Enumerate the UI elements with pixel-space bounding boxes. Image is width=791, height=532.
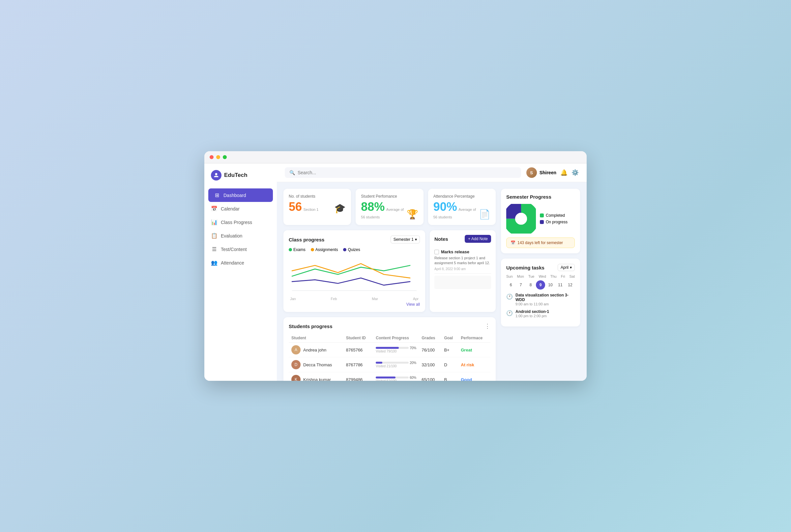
content-left: No. of students 56 Section 1 🎓 Student P… (283, 189, 496, 374)
progress-bg-1 (376, 362, 409, 364)
task-item-0: 🕐 Data visualization section 3-WDD 9:00 … (506, 293, 575, 306)
maximize-dot[interactable] (223, 155, 227, 159)
progress-label-0: Visited 79/100 (376, 349, 416, 353)
attendance-stat-icon: 📄 (479, 209, 491, 220)
cal-day-12[interactable]: 12 (566, 280, 575, 289)
student-progress-2: 60% Visited 62/100 (373, 372, 419, 381)
legend-quizes: Quizes (343, 247, 360, 252)
semester-select[interactable]: Semester 1 ▾ (390, 235, 420, 243)
student-avatar-1: D (291, 360, 300, 369)
stat-number-performance: 88% (361, 200, 385, 213)
chart-x-labels: Jan Feb Mar Apr (289, 297, 420, 301)
legend-quizes-label: Quizes (348, 247, 360, 252)
sidebar-item-evaluation[interactable]: 📋 Evaluation (204, 229, 277, 243)
calendar-icon-small: 📅 (511, 241, 515, 245)
student-goal-2: B (441, 372, 458, 381)
sidebar-label-calendar: Calendar (221, 206, 240, 211)
progress-bg-0 (376, 347, 409, 349)
col-student: Student (289, 334, 344, 343)
month-select[interactable]: April ▾ (558, 264, 575, 271)
app-window: EduTech ⊞ Dashboard 📅 Calendar 📊 Class P… (204, 151, 587, 381)
attendance-icon: 👥 (211, 260, 218, 266)
close-dot[interactable] (209, 155, 214, 159)
stat-label-performance: Student Perfomance (361, 194, 418, 198)
student-cell-1: D Decca Thomas (289, 357, 344, 372)
student-grades-2: 65/100 (419, 372, 441, 381)
student-id-0: 8765766 (344, 343, 373, 357)
note-checkbox-0[interactable] (435, 250, 439, 254)
more-options-button[interactable]: ⋮ (484, 323, 491, 330)
legend-on-progress: On progress (540, 220, 568, 224)
stat-value-students: 56 Section 1 (289, 200, 318, 214)
sidebar-item-dashboard[interactable]: ⊞ Dashboard (208, 188, 273, 202)
progress-fill-2 (376, 377, 396, 379)
semester-label: Semester 1 (393, 237, 413, 242)
cal-day-10[interactable]: 10 (546, 280, 555, 289)
sidebar-item-test-content[interactable]: ☰ Test/Content (204, 243, 277, 256)
student-performance-2: Good (458, 372, 491, 381)
student-performance-1: At risk (458, 357, 491, 372)
task-time-1: 1:00 pm to 2:00 pm (515, 314, 549, 318)
student-goal-0: B+ (441, 343, 458, 357)
note-item-0: Marks release Release section 1 project … (435, 247, 491, 274)
sidebar-item-calendar[interactable]: 📅 Calendar (204, 202, 277, 215)
student-id-2: 8799486 (344, 372, 373, 381)
notes-title: Notes (435, 236, 448, 242)
student-performance-0: Great (458, 343, 491, 357)
tasks-card: Upcoming tasks April ▾ Sun Mon Tue (501, 259, 580, 326)
notes-header: Notes + Add Note (435, 235, 491, 243)
cal-row: 6 7 8 9 10 11 12 (506, 280, 575, 289)
cal-day-6[interactable]: 6 (506, 280, 515, 289)
on-progress-color (540, 220, 544, 224)
chevron-down-icon: ▾ (415, 237, 417, 242)
completed-label: Completed (546, 213, 565, 218)
settings-button[interactable]: ⚙️ (571, 169, 579, 176)
chart-title: Class progress (289, 237, 324, 243)
progress-fill-1 (376, 362, 382, 364)
note-desc-0: Release section 1 project 1 and assignme… (435, 255, 491, 266)
cal-day-9[interactable]: 9 (536, 280, 545, 289)
x-label-jan: Jan (290, 297, 296, 301)
month-label: April (560, 265, 569, 270)
student-name-1: Decca Thomas (303, 362, 332, 367)
sidebar-item-class-progress[interactable]: 📊 Class Progress (204, 215, 277, 229)
sidebar: EduTech ⊞ Dashboard 📅 Calendar 📊 Class P… (204, 164, 277, 381)
col-performance: Performace (458, 334, 491, 343)
cal-day-11[interactable]: 11 (556, 280, 565, 289)
view-all-link[interactable]: View all (289, 302, 420, 307)
search-bar[interactable]: 🔍 (285, 167, 521, 178)
tasks-header: Upcoming tasks April ▾ (506, 264, 575, 271)
stat-sub-students: Section 1 (303, 208, 319, 211)
student-goal-1: D (441, 357, 458, 372)
minimize-dot[interactable] (216, 155, 220, 159)
middle-row: Class progress Semester 1 ▾ Exams (283, 230, 496, 312)
x-label-mar: Mar (372, 297, 378, 301)
notification-button[interactable]: 🔔 (560, 169, 568, 176)
task-details-0: Data visualization section 3-WDD 9:00 am… (515, 293, 575, 306)
note-item-placeholder (435, 276, 491, 289)
table-row: A Andrea john 8765766 70% Visited 79/100… (289, 343, 491, 357)
table-row: D Decca Thomas 8767786 20% Visited 21/10… (289, 357, 491, 372)
line-chart (289, 255, 420, 294)
pie-chart (506, 204, 536, 233)
stat-number-attendance: 90% (434, 200, 457, 213)
sidebar-item-attendance[interactable]: 👥 Attendance (204, 256, 277, 269)
x-label-feb: Feb (331, 297, 337, 301)
evaluation-icon: 📋 (211, 232, 218, 239)
search-input[interactable] (298, 170, 516, 175)
student-progress-1: 20% Visited 21/100 (373, 357, 419, 372)
semester-progress-title: Semester Progress (506, 194, 551, 200)
pie-legend: Completed On progress (540, 213, 568, 224)
logo: EduTech (204, 170, 277, 188)
cal-day-7[interactable]: 7 (516, 280, 526, 289)
user-avatar: S (526, 167, 537, 178)
student-cell-2: K Krishna kumar (289, 372, 344, 381)
student-name-0: Andrea john (303, 347, 326, 353)
cal-day-8[interactable]: 8 (526, 280, 535, 289)
student-avatar-0: A (291, 345, 300, 355)
stats-row: No. of students 56 Section 1 🎓 Student P… (283, 189, 496, 225)
task-clock-icon-0: 🕐 (506, 293, 513, 300)
add-note-button[interactable]: + Add Note (465, 235, 491, 243)
task-time-0: 9:00 am to 11:00 am (515, 302, 575, 306)
titlebar (204, 151, 587, 164)
